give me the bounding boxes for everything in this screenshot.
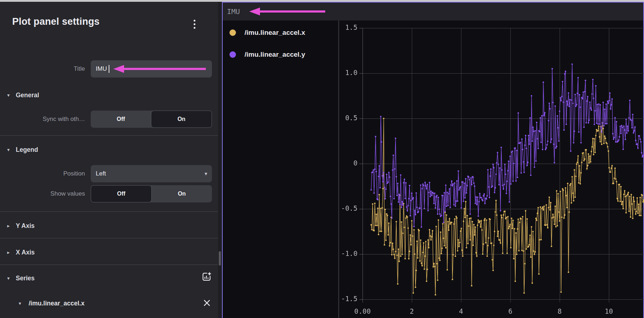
show-values-off-button[interactable]: Off xyxy=(91,185,152,202)
legend-item[interactable]: /imu.linear_accel.x xyxy=(223,27,338,38)
plot-panel: IMU /imu.linear_accel.x /imu.linear_acce… xyxy=(222,2,644,318)
section-general[interactable]: ▾ General xyxy=(0,89,218,102)
sync-label: Sync with oth… xyxy=(0,111,85,128)
remove-series-icon[interactable] xyxy=(202,298,212,308)
section-series[interactable]: ▾ Series xyxy=(0,272,218,285)
section-x-axis[interactable]: ▸ X Axis xyxy=(0,246,218,259)
section-y-axis[interactable]: ▸ Y Axis xyxy=(0,219,218,232)
section-legend[interactable]: ▾ Legend xyxy=(0,143,218,156)
legend-item-label: /imu.linear_accel.x xyxy=(245,27,305,38)
sync-toggle: Off On xyxy=(91,111,212,128)
sync-on-button[interactable]: On xyxy=(151,111,212,128)
show-values-label: Show values xyxy=(0,185,85,202)
plot-panel-titlebar[interactable]: IMU xyxy=(223,3,643,20)
legend-item-label: /imu.linear_accel.y xyxy=(245,49,305,60)
chevron-right-icon: ▸ xyxy=(7,219,10,232)
scrollbar-thumb[interactable] xyxy=(219,251,221,266)
series-color-dot xyxy=(229,51,236,58)
title-label: Title xyxy=(0,60,85,78)
position-label: Position xyxy=(0,165,85,182)
chevron-down-icon: ▾ xyxy=(204,165,207,182)
section-divider xyxy=(0,135,218,136)
chevron-down-icon: ▾ xyxy=(7,272,10,285)
plot-chart[interactable] xyxy=(339,20,644,318)
sync-off-button[interactable]: Off xyxy=(91,111,151,128)
show-values-toggle: Off On xyxy=(91,185,212,202)
chevron-down-icon: ▾ xyxy=(7,143,10,156)
section-divider xyxy=(0,238,218,238)
title-input[interactable]: IMU xyxy=(91,60,212,78)
plot-body: /imu.linear_accel.x /imu.linear_accel.y xyxy=(223,20,643,318)
section-divider xyxy=(0,265,218,265)
annotation-arrow-left-icon xyxy=(113,65,206,73)
add-series-chart-icon[interactable] xyxy=(202,272,212,282)
text-caret xyxy=(109,65,109,73)
position-select[interactable]: Left ▾ xyxy=(91,165,212,182)
settings-scrollbar xyxy=(218,2,222,318)
section-divider xyxy=(0,211,218,212)
title-input-value: IMU xyxy=(96,60,107,78)
series-item-row[interactable]: ▾ /imu.linear_accel.x xyxy=(0,296,218,310)
more-options-icon[interactable] xyxy=(190,17,198,31)
position-select-value: Left xyxy=(96,165,106,182)
legend-item[interactable]: /imu.linear_accel.y xyxy=(223,49,338,60)
series-color-dot xyxy=(229,29,236,36)
chevron-right-icon: ▸ xyxy=(7,246,10,259)
show-values-on-button[interactable]: On xyxy=(152,185,212,202)
series-item-label: /imu.linear_accel.x xyxy=(29,296,85,310)
settings-panel-title: Plot panel settings xyxy=(12,16,100,27)
plot-panel-title: IMU xyxy=(227,3,240,20)
plot-panel-settings-sidebar: Plot panel settings Title IMU ▾ General … xyxy=(0,2,218,318)
plot-legend: /imu.linear_accel.x /imu.linear_accel.y xyxy=(223,20,338,318)
chevron-down-icon: ▾ xyxy=(7,89,10,102)
chevron-down-icon: ▾ xyxy=(19,296,21,310)
annotation-arrow-left-icon xyxy=(249,8,325,15)
